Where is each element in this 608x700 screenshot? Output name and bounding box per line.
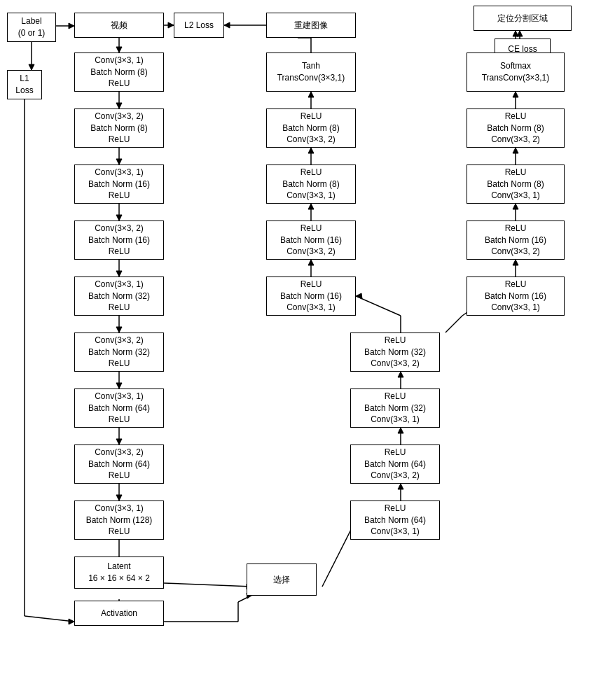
enc3-box: Conv(3×3, 1)Batch Norm (16)ReLU — [74, 164, 164, 204]
svg-line-45 — [356, 296, 401, 316]
enc4-box: Conv(3×3, 2)Batch Norm (16)ReLU — [74, 220, 164, 260]
svg-marker-9 — [116, 47, 122, 52]
label-box: Label(0 or 1) — [7, 13, 56, 42]
seg3-box: ReLUBatch Norm (8)Conv(3×3, 1) — [467, 164, 565, 204]
svg-marker-19 — [116, 327, 122, 332]
svg-marker-25 — [116, 495, 122, 500]
seg1-box: SoftmaxTransConv(3×3,1) — [467, 52, 565, 92]
svg-marker-7 — [224, 22, 230, 28]
svg-line-34 — [238, 595, 252, 602]
svg-marker-3 — [69, 23, 74, 29]
svg-marker-11 — [116, 103, 122, 108]
dec4-box: ReLUBatch Norm (16)Conv(3×3, 2) — [266, 220, 356, 260]
svg-marker-15 — [116, 215, 122, 220]
svg-line-75 — [25, 616, 74, 622]
svg-marker-1 — [29, 64, 34, 70]
svg-marker-57 — [308, 92, 314, 97]
svg-marker-23 — [116, 439, 122, 444]
dec6-box: ReLUBatch Norm (32)Conv(3×3, 2) — [350, 332, 440, 372]
enc1-box: Conv(3×3, 1)Batch Norm (8)ReLU — [74, 52, 164, 92]
svg-marker-13 — [116, 159, 122, 164]
seg2-box: ReLUBatch Norm (8)Conv(3×3, 2) — [467, 108, 565, 148]
dec1-tanh-box: TanhTransConv(3×3,1) — [266, 52, 356, 92]
svg-marker-41 — [398, 428, 403, 433]
seg4-box: ReLUBatch Norm (16)Conv(3×3, 2) — [467, 220, 565, 260]
svg-marker-73 — [517, 31, 523, 36]
enc6-box: Conv(3×3, 2)Batch Norm (32)ReLU — [74, 332, 164, 372]
seg5-box: ReLUBatch Norm (16)Conv(3×3, 1) — [467, 276, 565, 316]
svg-marker-67 — [513, 148, 518, 153]
svg-marker-21 — [116, 383, 122, 388]
dec2-box: ReLUBatch Norm (8)Conv(3×3, 2) — [266, 108, 356, 148]
svg-marker-39 — [398, 484, 403, 489]
svg-marker-69 — [513, 92, 518, 97]
svg-marker-65 — [513, 204, 518, 209]
enc2-box: Conv(3×3, 2)Batch Norm (8)ReLU — [74, 108, 164, 148]
svg-line-30 — [164, 583, 252, 587]
activation-box: Activation — [74, 601, 164, 626]
svg-marker-55 — [308, 148, 314, 153]
l1loss-box: L1Loss — [7, 70, 42, 99]
svg-marker-5 — [168, 22, 174, 28]
enc8-box: Conv(3×3, 2)Batch Norm (64)ReLU — [74, 444, 164, 484]
enc7-box: Conv(3×3, 1)Batch Norm (64)ReLU — [74, 388, 164, 428]
svg-marker-43 — [398, 372, 403, 377]
dingwei-box: 定位分割区域 — [474, 6, 572, 31]
latent-box: Latent16 × 16 × 64 × 2 — [74, 556, 164, 589]
svg-marker-76 — [69, 619, 74, 624]
svg-marker-71 — [513, 31, 518, 36]
dec3-box: ReLUBatch Norm (8)Conv(3×3, 1) — [266, 164, 356, 204]
dec5-box: ReLUBatch Norm (16)Conv(3×3, 1) — [266, 276, 356, 316]
svg-marker-63 — [513, 260, 518, 265]
enc5-box: Conv(3×3, 1)Batch Norm (32)ReLU — [74, 276, 164, 316]
dec9-box: ReLUBatch Norm (64)Conv(3×3, 1) — [350, 500, 440, 540]
rebuild-box: 重建图像 — [266, 13, 356, 38]
enc9-box: Conv(3×3, 1)Batch Norm (128)ReLU — [74, 500, 164, 540]
xuanze-box: 选择 — [247, 564, 317, 596]
dec8-box: ReLUBatch Norm (64)Conv(3×3, 2) — [350, 444, 440, 484]
svg-marker-17 — [116, 271, 122, 276]
diagram: Label(0 or 1) 视频 L2 Loss 重建图像 定位分割区域 L1L… — [0, 0, 608, 700]
svg-marker-53 — [308, 204, 314, 209]
svg-marker-51 — [308, 260, 314, 265]
svg-marker-46 — [356, 293, 362, 299]
video-box: 视频 — [74, 13, 164, 38]
dec7-box: ReLUBatch Norm (32)Conv(3×3, 1) — [350, 388, 440, 428]
l2loss-box: L2 Loss — [174, 13, 224, 38]
svg-line-47 — [445, 316, 462, 332]
